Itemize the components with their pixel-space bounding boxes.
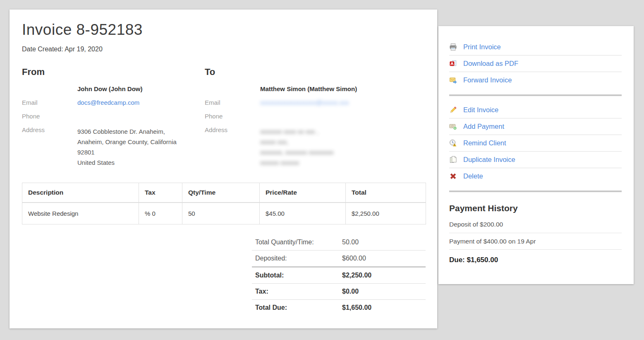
payment-due-amount: Due: $1,650.00 (449, 249, 622, 264)
forward-envelope-icon (449, 76, 457, 84)
deposited-row: Deposited: $600.00 (252, 250, 426, 266)
to-name-label (205, 84, 260, 85)
group-separator (449, 94, 622, 96)
to-address-redacted-line: xxxxx xxx, (260, 137, 334, 147)
total-quantity-row: Total Quantity/Time: 50.00 (252, 234, 426, 250)
column-header-description: Description (22, 183, 139, 203)
from-address-line: United States (77, 157, 177, 168)
to-name: Matthew Simon (Matthew Simon) (260, 84, 357, 92)
total-due-row: Total Due: $1,650.00 (252, 299, 426, 316)
edit-invoice-label[interactable]: Edit Invoice (463, 106, 498, 114)
column-header-qty-time: Qty/Time (182, 183, 260, 203)
to-email-redacted: xxxxxxxxxxxxxxxxxx@xxxxx.xxx (260, 98, 349, 106)
item-total-cell: $2,250.00 (346, 203, 426, 224)
add-payment-icon (449, 123, 457, 130)
tax-label: Tax: (255, 288, 342, 295)
deposited-label: Deposited: (255, 255, 342, 262)
pencil-icon (449, 106, 457, 114)
action-group-output: Print Invoice Download as PDF Forward In… (449, 39, 622, 88)
from-phone-label: Phone (22, 112, 77, 120)
add-payment-button[interactable]: Add Payment (449, 118, 622, 135)
tax-value: $0.00 (342, 288, 422, 295)
add-payment-label[interactable]: Add Payment (463, 123, 504, 130)
delete-x-icon (449, 172, 457, 180)
total-quantity-value: 50.00 (342, 239, 422, 246)
from-name: John Dow (John Dow) (77, 84, 142, 92)
to-address-redacted-line: xxxxxxx, xxxxxxx xxxxxxxx (260, 147, 334, 157)
invoice-title: Invoice 8-952183 (22, 21, 426, 39)
total-quantity-label: Total Quantity/Time: (255, 239, 342, 246)
total-due-label: Total Due: (255, 304, 342, 311)
to-section: To Matthew Simon (Matthew Simon) Email x… (205, 67, 426, 168)
items-table-header-row: Description Tax Qty/Time Price/Rate Tota… (22, 183, 426, 203)
action-group-manage: Edit Invoice Add Payment Remind Client D… (449, 101, 622, 184)
item-qty-time-cell: 50 (182, 203, 260, 224)
duplicate-pages-icon (449, 156, 457, 164)
delete-label[interactable]: Delete (463, 172, 483, 180)
duplicate-invoice-label[interactable]: Duplicate Invoice (463, 156, 515, 164)
from-name-label (22, 84, 77, 85)
invoice-card: Invoice 8-952183 Date Created: Apr 19, 2… (10, 10, 437, 328)
tax-row: Tax: $0.00 (252, 283, 426, 299)
item-price-rate-cell: $45.00 (260, 203, 346, 224)
from-heading: From (22, 67, 205, 77)
to-heading: To (205, 67, 426, 77)
from-address-label: Address (22, 125, 77, 133)
from-address-row: Address 9306 Cobblestone Dr. Anaheim, An… (22, 125, 205, 168)
remind-client-button[interactable]: Remind Client (449, 135, 622, 151)
print-invoice-label[interactable]: Print Invoice (463, 43, 501, 51)
from-address-line: 92801 (77, 147, 177, 157)
total-due-value: $1,650.00 (342, 304, 422, 311)
from-name-row: John Dow (John Dow) (22, 84, 205, 98)
to-phone-row: Phone (205, 112, 426, 125)
to-address-redacted: xxxxxxx xxxx xx xxx , xxxxx xxx, xxxxxxx… (260, 125, 334, 168)
payment-history-entry: Deposit of $200.00 (449, 216, 622, 233)
pdf-icon (449, 60, 457, 68)
invoice-actions-panel: Print Invoice Download as PDF Forward In… (438, 26, 634, 284)
column-header-price-rate: Price/Rate (260, 183, 346, 203)
subtotal-row: Subtotal: $2,250.00 (252, 266, 426, 283)
edit-invoice-button[interactable]: Edit Invoice (449, 101, 622, 118)
column-header-tax: Tax (139, 183, 182, 203)
remind-clock-icon (449, 139, 457, 147)
printer-icon (449, 43, 457, 51)
table-row: Website Redesign % 0 50 $45.00 $2,250.00 (22, 203, 426, 224)
from-email-row: Email docs@freedcamp.com (22, 98, 205, 112)
duplicate-invoice-button[interactable]: Duplicate Invoice (449, 151, 622, 168)
item-tax-cell: % 0 (139, 203, 182, 224)
totals-section: Total Quantity/Time: 50.00 Deposited: $6… (252, 234, 426, 316)
to-address-row: Address xxxxxxx xxxx xx xxx , xxxxx xxx,… (205, 125, 426, 168)
payment-history-entry: Payment of $400.00 on 19 Apr (449, 233, 622, 249)
remind-client-label[interactable]: Remind Client (463, 139, 506, 147)
subtotal-value: $2,250.00 (342, 272, 422, 279)
from-email-link[interactable]: docs@freedcamp.com (77, 99, 139, 106)
item-description-cell: Website Redesign (22, 203, 139, 224)
from-section: From John Dow (John Dow) Email docs@free… (22, 67, 205, 168)
deposited-value: $600.00 (342, 255, 422, 262)
invoice-date-created: Date Created: Apr 19, 2020 (22, 46, 426, 53)
from-address-line: Anaheim, Orange County, California (77, 137, 177, 147)
to-email-row: Email xxxxxxxxxxxxxxxxxx@xxxxx.xxx (205, 98, 426, 112)
to-address-redacted-line: xxxxxxx xxxx xx xxx , (260, 126, 334, 137)
download-as-pdf-label[interactable]: Download as PDF (463, 60, 518, 68)
invoice-items-table: Description Tax Qty/Time Price/Rate Tota… (22, 183, 426, 224)
print-invoice-button[interactable]: Print Invoice (449, 39, 622, 55)
download-as-pdf-button[interactable]: Download as PDF (449, 55, 622, 72)
to-address-label: Address (205, 125, 260, 133)
forward-invoice-button[interactable]: Forward Invoice (449, 72, 622, 88)
column-header-total: Total (346, 183, 426, 203)
parties-section: From John Dow (John Dow) Email docs@free… (22, 67, 426, 168)
to-name-row: Matthew Simon (Matthew Simon) (205, 84, 426, 98)
to-email-label: Email (205, 98, 260, 106)
delete-button[interactable]: Delete (449, 168, 622, 184)
to-phone-label: Phone (205, 112, 260, 120)
from-address-value: 9306 Cobblestone Dr. Anaheim, Anaheim, O… (77, 125, 177, 168)
from-phone-row: Phone (22, 112, 205, 125)
payment-history-heading: Payment History (449, 203, 622, 213)
forward-invoice-label[interactable]: Forward Invoice (463, 76, 512, 84)
subtotal-label: Subtotal: (255, 272, 342, 279)
from-email-label: Email (22, 98, 77, 106)
from-address-line: 9306 Cobblestone Dr. Anaheim, (77, 126, 177, 137)
group-separator (449, 190, 622, 192)
to-address-redacted-line: xxxxxx xxxxxx (260, 157, 334, 168)
